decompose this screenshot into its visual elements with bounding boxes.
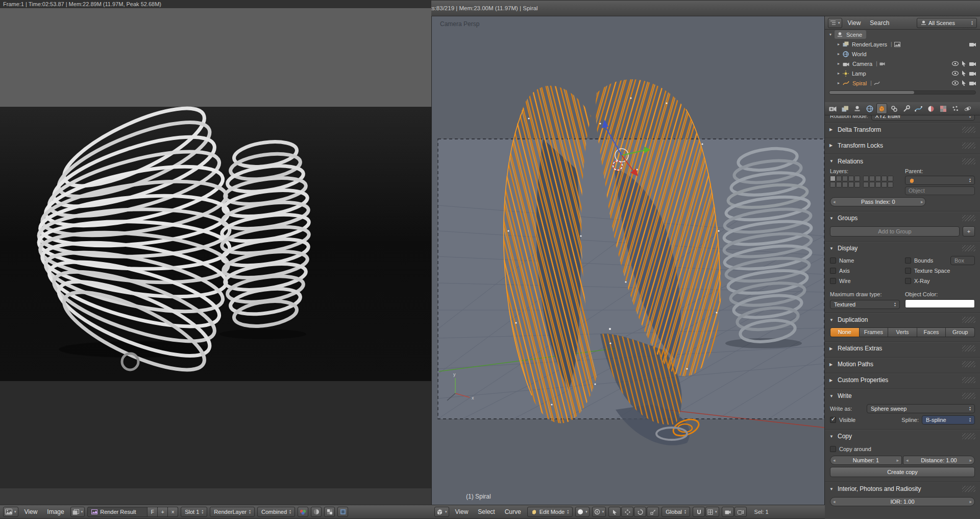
bounds-type-selector[interactable]: Box (950, 256, 975, 265)
layer-toggle[interactable] (881, 182, 887, 187)
outliner-row-lamp[interactable]: ▸ Lamp (825, 68, 980, 78)
parent-object-field[interactable]: Object (905, 186, 975, 195)
render-toggle-icon[interactable] (969, 81, 976, 85)
panel-grip[interactable] (962, 361, 975, 367)
tab-modifiers[interactable] (901, 103, 912, 114)
panel-grip[interactable] (962, 158, 975, 164)
render-layer-selector[interactable]: RenderLayer ▴▾ (210, 507, 255, 517)
outliner-scrollbar[interactable] (829, 90, 976, 95)
editor-type-button-3dview[interactable]: ▾ (434, 507, 449, 517)
layer-toggle[interactable] (863, 182, 869, 187)
display-rgb-button[interactable] (298, 507, 308, 517)
panel-header-copy[interactable]: ▼Copy (825, 431, 980, 442)
editor-type-button-outliner[interactable]: ▾ (828, 18, 842, 28)
layer-toggle[interactable] (842, 176, 848, 181)
panel-header-interior[interactable]: ▼Interior, Photons and Radiosity (825, 483, 980, 495)
panel-grip[interactable] (962, 433, 975, 439)
view-menu[interactable]: View (452, 507, 472, 516)
duplication-frames-button[interactable]: Frames (860, 327, 889, 337)
viewport-shading-button[interactable]: ▾ (575, 507, 590, 517)
rotate-manipulator-button[interactable] (634, 507, 646, 517)
render-opengl-anim-button[interactable] (734, 507, 747, 517)
rotation-mode-selector[interactable]: XYZ Euler ▴▾ (871, 115, 975, 121)
outliner-menu-search[interactable]: Search (866, 18, 893, 28)
ior-field[interactable]: ◂IOR: 1.00▸ (830, 497, 975, 506)
parent-selector[interactable]: ▴▾ (905, 176, 975, 185)
layer-toggle[interactable] (848, 176, 854, 181)
tab-render-layers[interactable] (840, 103, 850, 114)
display-alpha-button[interactable] (324, 507, 335, 517)
tab-constraints[interactable] (889, 103, 899, 114)
visible-checkbox[interactable] (830, 417, 836, 423)
outliner-menu-view[interactable]: View (844, 18, 865, 28)
tab-physics[interactable] (962, 103, 973, 114)
layer-toggle[interactable] (842, 182, 848, 187)
unlink-image-button[interactable]: × (168, 507, 178, 517)
add-to-group-button[interactable]: Add to Group (830, 226, 960, 237)
copy-around-checkbox[interactable] (830, 446, 836, 452)
mode-selector[interactable]: Edit Mode ▴▾ (527, 507, 573, 517)
layer-toggle[interactable] (875, 176, 881, 181)
render-toggle-icon[interactable] (969, 42, 976, 46)
outliner-row-world[interactable]: ▸ World (825, 49, 980, 59)
layer-toggle[interactable] (854, 182, 860, 187)
expand-icon[interactable]: ▸ (836, 42, 841, 46)
render-toggle-icon[interactable] (969, 71, 976, 76)
panel-grip[interactable] (962, 345, 975, 351)
image-datablock-field[interactable]: Render Result (87, 507, 148, 517)
tab-texture[interactable] (938, 103, 948, 114)
render-pass-selector[interactable]: Combined ▴▾ (257, 507, 295, 517)
object-color-swatch[interactable] (905, 299, 975, 308)
panel-grip[interactable] (962, 245, 975, 251)
panel-header-delta-transform[interactable]: ▶Delta Transform (825, 124, 980, 135)
panel-header-write[interactable]: ▼Write (825, 390, 980, 402)
layer-toggle[interactable] (863, 176, 869, 181)
curve-menu[interactable]: Curve (501, 507, 525, 516)
render-opengl-button[interactable] (722, 507, 734, 517)
snap-element-button[interactable]: ▾ (705, 507, 719, 517)
panel-header-transform-locks[interactable]: ▶Transform Locks (825, 139, 980, 151)
expand-icon[interactable]: ▸ (836, 61, 841, 66)
expand-icon[interactable]: ▸ (836, 52, 841, 56)
copy-distance-field[interactable]: ◂Distance: 1.00▸ (903, 456, 975, 465)
tab-render[interactable] (827, 103, 838, 114)
hide-toggle-icon[interactable] (952, 81, 959, 85)
pass-index-field[interactable]: ◂Pass Index: 0▸ (830, 197, 926, 206)
write-as-selector[interactable]: Sphere sweep ▴▾ (867, 404, 975, 413)
bounds-checkbox[interactable] (905, 257, 911, 264)
hide-toggle-icon[interactable] (952, 71, 959, 76)
tab-material[interactable] (925, 103, 936, 114)
panel-grip[interactable] (962, 317, 975, 323)
create-copy-button[interactable]: Create copy (830, 467, 975, 477)
duplication-group-button[interactable]: Group (946, 327, 975, 337)
panel-header-motion-paths[interactable]: ▶Motion Paths (825, 359, 980, 370)
panel-header-display[interactable]: ▼Display (825, 243, 980, 254)
tab-object-data[interactable] (913, 103, 924, 114)
layer-toggle[interactable] (830, 176, 836, 181)
duplication-none-button[interactable]: None (830, 327, 860, 337)
outliner-filter-selector[interactable]: All Scenes ▴▾ (917, 18, 977, 28)
panel-grip[interactable] (962, 486, 975, 492)
layer-toggle[interactable] (869, 182, 875, 187)
expand-icon[interactable]: ▾ (828, 32, 833, 37)
xray-checkbox[interactable] (905, 278, 911, 284)
layer-toggle[interactable] (854, 176, 860, 181)
new-image-button[interactable]: + (158, 507, 168, 517)
tab-particles[interactable] (950, 103, 961, 114)
panel-header-relations-extras[interactable]: ▶Relations Extras (825, 343, 980, 355)
tab-object[interactable] (876, 103, 887, 114)
transform-orientation-selector[interactable]: Global ▴▾ (662, 507, 690, 517)
panel-header-duplication[interactable]: ▼Duplication (825, 314, 980, 326)
render-toggle-icon[interactable] (969, 61, 976, 66)
display-rgba-button[interactable] (311, 507, 322, 517)
texture-space-checkbox[interactable] (905, 268, 911, 274)
hide-toggle-icon[interactable] (952, 61, 959, 66)
browse-image-button[interactable]: ▾ (70, 507, 85, 517)
panel-grip[interactable] (962, 377, 975, 383)
axis-checkbox[interactable] (830, 268, 836, 274)
fake-user-button[interactable]: F (148, 507, 158, 517)
panel-grip[interactable] (962, 393, 975, 399)
display-zbuffer-button[interactable] (337, 507, 348, 517)
copy-number-field[interactable]: ◂Number: 1▸ (830, 456, 902, 465)
duplication-verts-button[interactable]: Verts (888, 327, 917, 337)
